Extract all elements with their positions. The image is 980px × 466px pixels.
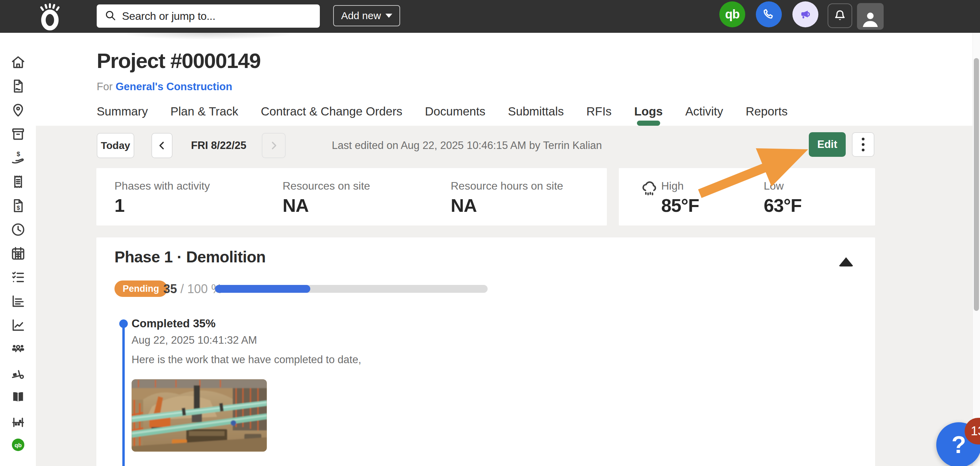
svg-text:qb: qb [14, 442, 22, 449]
log-entry-note: Here is the work that we have completed … [132, 354, 361, 366]
construction-site-photo[interactable] [132, 379, 267, 452]
bar-chart-icon[interactable] [10, 293, 26, 310]
scrollbar-thumb[interactable] [974, 58, 979, 311]
tab-summary[interactable]: Summary [97, 105, 148, 121]
stat-label: Resources on site [283, 180, 370, 192]
forklift-icon[interactable] [10, 365, 26, 381]
contract-document-icon[interactable] [10, 78, 26, 94]
tab-rfis[interactable]: RFIs [586, 105, 612, 121]
quickbooks-icon[interactable]: qb [719, 2, 745, 27]
calendar-icon[interactable] [10, 245, 26, 262]
line-chart-icon[interactable] [10, 317, 26, 334]
phase-card: Phase 1 · Demolition Pending 35 / 100 % … [96, 237, 875, 466]
log-entry-timestamp: Aug 22, 2025 10:41:32 AM [132, 334, 257, 347]
chevron-left-icon[interactable] [151, 133, 173, 158]
task-checklist-icon[interactable] [10, 269, 26, 286]
clock-icon[interactable] [10, 221, 26, 238]
client-line: For General's Construction [97, 81, 232, 93]
add-new-label: Add new [341, 10, 381, 22]
search-input[interactable]: Search or jump to... [97, 5, 320, 28]
today-button[interactable]: Today [97, 133, 134, 158]
project-tabs: Summary Plan & Track Contract & Change O… [97, 105, 788, 121]
add-new-button[interactable]: Add new [333, 5, 400, 26]
notifications-bell-icon[interactable] [827, 3, 852, 28]
team-icon[interactable] [10, 341, 26, 357]
question-mark-icon: ? [951, 431, 966, 458]
collapse-caret-icon[interactable] [838, 257, 854, 267]
tab-documents[interactable]: Documents [425, 105, 485, 121]
tab-reports[interactable]: Reports [746, 105, 788, 121]
stat-value: NA [283, 195, 309, 216]
invoice-dollar-icon[interactable]: $ [10, 197, 26, 214]
page-header: Project #0000149 For General's Construct… [36, 33, 972, 126]
timeline-line [123, 327, 125, 466]
edit-button[interactable]: Edit [809, 132, 846, 157]
logs-content: Today FRI 8/22/25 Last edited on Aug 22,… [36, 126, 972, 466]
cloud-rain-icon [639, 178, 660, 201]
stat-value: 63°F [764, 195, 802, 216]
phone-icon[interactable] [756, 2, 782, 27]
archive-box-icon[interactable] [10, 126, 26, 142]
last-edited-text: Last edited on Aug 22, 2025 10:46:15 AM … [332, 133, 602, 158]
announcements-megaphone-icon[interactable] [792, 2, 818, 27]
stat-value: 1 [115, 195, 124, 216]
quickbooks-icon[interactable]: qb [10, 437, 26, 453]
inventory-shelf-icon[interactable] [10, 413, 26, 429]
chevron-right-icon[interactable] [262, 133, 286, 158]
stat-value: 85°F [661, 195, 699, 216]
stat-label: High [661, 180, 684, 192]
log-date-label: FRI 8/22/25 [180, 133, 258, 158]
book-icon[interactable] [10, 389, 26, 405]
page-title: Project #0000149 [97, 49, 260, 73]
map-pin-icon[interactable] [10, 102, 26, 118]
svg-text:$: $ [16, 204, 20, 211]
stat-label: Resource hours on site [451, 180, 563, 192]
stat-label: Low [764, 180, 784, 192]
daily-stats-card: Phases with activity 1 Resources on site… [96, 168, 607, 226]
tab-logs[interactable]: Logs [634, 105, 663, 121]
topbar: Search or jump to... Add new qb [0, 0, 980, 33]
chevron-down-icon [385, 14, 392, 18]
tab-submittals[interactable]: Submittals [508, 105, 564, 121]
stat-value: NA [451, 195, 477, 216]
progress-text: 35 / 100 % [163, 282, 222, 296]
progress-fill [215, 285, 310, 293]
kebab-menu-icon[interactable] [852, 132, 874, 157]
status-badge: Pending [115, 280, 167, 297]
home-icon[interactable] [10, 54, 26, 70]
tab-contract-change-orders[interactable]: Contract & Change Orders [261, 105, 402, 121]
app-logo-icon[interactable] [38, 2, 62, 31]
phase-title: Phase 1 · Demolition [115, 248, 266, 266]
progress-current: 35 [163, 282, 177, 296]
hand-dollar-icon[interactable]: $ [10, 150, 26, 166]
client-link[interactable]: General's Construction [116, 81, 232, 92]
search-icon [104, 9, 116, 23]
for-prefix: For [97, 81, 113, 92]
tab-plan-track[interactable]: Plan & Track [170, 105, 238, 121]
sidebar-nav: $$qb [0, 33, 36, 466]
svg-text:$: $ [16, 151, 20, 157]
account-avatar[interactable] [857, 3, 884, 30]
weather-card: High 85°F Low 63°F [619, 168, 875, 226]
progress-bar [215, 285, 488, 293]
help-badge-count: 13 [971, 424, 980, 438]
receipt-icon[interactable] [10, 173, 26, 190]
scrollbar-track[interactable] [972, 33, 980, 466]
search-placeholder: Search or jump to... [122, 10, 215, 22]
tab-activity[interactable]: Activity [685, 105, 723, 121]
stat-label: Phases with activity [115, 180, 210, 192]
log-entry-title: Completed 35% [132, 317, 216, 330]
